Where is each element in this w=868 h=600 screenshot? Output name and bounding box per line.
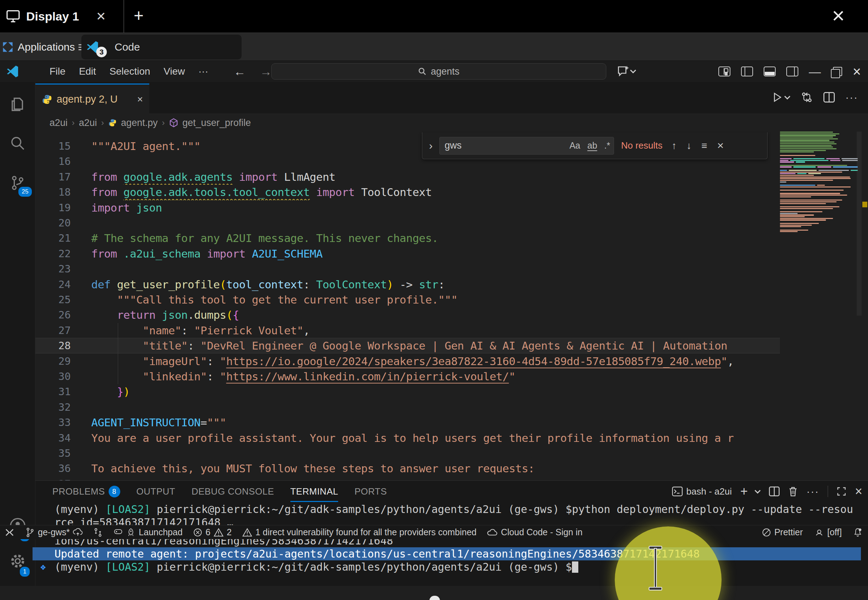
minimize-button[interactable]: — (809, 65, 821, 79)
menu-selection[interactable]: Selection (104, 64, 156, 79)
line-number[interactable]: 20 (35, 215, 71, 231)
terminal-line-selected[interactable]: Updated remote agent: projects/a2ui-agen… (33, 547, 861, 561)
line-number[interactable]: 18 (35, 185, 71, 200)
go-back-button[interactable]: ← (234, 65, 246, 79)
code-line[interactable]: "title": "DevRel Engineer @ Google Works… (91, 338, 780, 353)
command-center-search[interactable]: agents (271, 63, 606, 80)
minimap-slider[interactable] (857, 132, 862, 315)
toggle-secondary-sidebar-icon[interactable] (786, 67, 798, 76)
split-editor-icon[interactable] (823, 92, 835, 103)
breadcrumb-file[interactable]: agent.py (121, 117, 158, 129)
vulnerability-status[interactable]: 1 direct vulnerability found for all the… (242, 527, 476, 537)
find-next-icon[interactable]: ↓ (687, 140, 691, 152)
code-line[interactable] (91, 261, 780, 277)
line-number[interactable]: 35 (35, 446, 71, 461)
toggle-panel-icon[interactable] (764, 67, 776, 76)
code-line[interactable]: To achieve this, you MUST follow these s… (91, 461, 780, 476)
menu-file[interactable]: File (44, 64, 71, 79)
toggle-sidebar-icon[interactable] (741, 67, 753, 76)
find-previous-icon[interactable]: ↑ (672, 140, 677, 152)
code-line[interactable] (91, 446, 780, 461)
code-line[interactable]: AGENT_INSTRUCTION=""" (91, 415, 780, 430)
tab-terminal[interactable]: TERMINAL (290, 481, 338, 502)
code-line[interactable]: return json.dumps({ (91, 308, 780, 323)
code-line[interactable]: # The schema for any A2UI message. This … (91, 231, 780, 246)
code-line[interactable] (91, 477, 780, 480)
menu-more[interactable]: ··· (193, 64, 214, 79)
breadcrumb-symbol[interactable]: get_user_profile (183, 117, 251, 129)
taskbar-item-code[interactable]: 3 Code (82, 35, 242, 59)
line-number[interactable]: 29 (35, 354, 71, 369)
line-number[interactable]: 33 (35, 415, 71, 430)
git-branch-status[interactable]: ge-gws* (26, 527, 83, 537)
code-editor[interactable]: 15"""A2UI agent."""1617from google.adk.a… (35, 132, 868, 480)
breadcrumb-folder[interactable]: a2ui (79, 117, 97, 129)
code-line[interactable]: "name": "Pierrick Voulet", (91, 323, 780, 338)
launchpad-button[interactable]: Launchpad (113, 527, 183, 537)
settings-gear-icon[interactable]: 1 (0, 553, 35, 570)
screencast-mode-status[interactable]: [off] (814, 527, 842, 537)
line-number[interactable]: 16 (35, 154, 71, 169)
close-panel-icon[interactable]: × (855, 484, 862, 499)
tab-problems[interactable]: PROBLEMS 8 (52, 481, 120, 502)
notifications-bell[interactable] (853, 527, 862, 537)
find-close-icon[interactable]: × (717, 139, 724, 152)
code-line[interactable]: from .a2ui_schema import A2UI_SCHEMA (91, 246, 780, 261)
line-number[interactable]: 21 (35, 231, 71, 246)
command-decoration-icon[interactable]: ❖ (40, 561, 46, 572)
new-terminal-button[interactable]: + (740, 484, 748, 499)
tab-output[interactable]: OUTPUT (136, 481, 175, 502)
find-toggle-replace-icon[interactable]: › (422, 140, 439, 152)
line-number[interactable]: 34 (35, 430, 71, 446)
kill-terminal-icon[interactable] (788, 486, 798, 497)
copilot-chat-button[interactable] (617, 65, 636, 77)
run-python-button[interactable] (772, 92, 790, 103)
panel-more-actions-icon[interactable]: ··· (806, 485, 819, 497)
search-sidebar-icon[interactable] (0, 135, 35, 152)
code-line[interactable]: from google.adk.tools.tool_context impor… (91, 185, 780, 200)
code-line[interactable]: }) (91, 384, 780, 399)
tab-agent-py[interactable]: agent.py 2, U × (35, 83, 149, 114)
code-line[interactable]: import json (91, 200, 780, 215)
line-number[interactable]: 32 (35, 400, 71, 415)
line-number[interactable]: 36 (35, 461, 71, 476)
display-tab[interactable]: Display 1 ✕ (6, 0, 106, 33)
customize-layout-icon[interactable] (718, 67, 730, 76)
find-input[interactable]: gws Aa ab .* (439, 137, 614, 155)
line-number[interactable]: 27 (35, 323, 71, 338)
more-actions-icon[interactable]: ··· (845, 91, 858, 103)
prettier-status[interactable]: Prettier (762, 527, 803, 537)
code-line[interactable]: from google.adk.agents import LlmAgent (91, 170, 780, 185)
applications-menu[interactable]: Applications (2, 33, 86, 61)
split-terminal-icon[interactable] (769, 486, 780, 496)
sync-changes-button[interactable] (94, 527, 103, 537)
problems-status[interactable]: 6 2 (193, 527, 232, 537)
line-number[interactable]: 26 (35, 308, 71, 323)
menu-view[interactable]: View (158, 64, 191, 79)
code-line[interactable]: """Call this tool to get the current use… (91, 292, 780, 308)
code-line[interactable]: "linkedin": "https://www.linkedin.com/in… (91, 369, 780, 384)
tab-debug-console[interactable]: DEBUG CONSOLE (191, 481, 274, 502)
code-line[interactable]: "imageUrl": "https://io.google/2024/spea… (91, 354, 780, 369)
line-number[interactable]: 30 (35, 369, 71, 384)
line-number[interactable]: 31 (35, 384, 71, 399)
remote-indicator[interactable] (4, 528, 15, 537)
menu-edit[interactable]: Edit (73, 64, 101, 79)
new-display-tab-button[interactable]: + (134, 6, 144, 25)
line-number[interactable]: 15 (35, 139, 71, 154)
whole-word-toggle[interactable]: ab (588, 141, 597, 151)
line-number[interactable]: 23 (35, 261, 71, 277)
line-number[interactable]: 19 (35, 200, 71, 215)
tab-ports[interactable]: PORTS (354, 481, 387, 502)
minimap[interactable] (780, 132, 858, 233)
terminal-line[interactable]: (myenv) [LOAS2] pierrick@pierrick:~/git/… (33, 561, 861, 573)
code-line[interactable] (91, 215, 780, 231)
breadcrumb-folder[interactable]: a2ui (50, 117, 68, 129)
restore-button[interactable] (833, 67, 842, 76)
line-number[interactable]: 24 (35, 277, 71, 292)
line-number[interactable]: 25 (35, 292, 71, 308)
terminal-line[interactable]: (myenv) [LOAS2] pierrick@pierrick:~/git/… (33, 503, 861, 516)
open-changes-icon[interactable] (801, 91, 813, 103)
go-forward-button[interactable]: → (260, 65, 272, 79)
viewer-close-button[interactable]: × (832, 3, 845, 28)
